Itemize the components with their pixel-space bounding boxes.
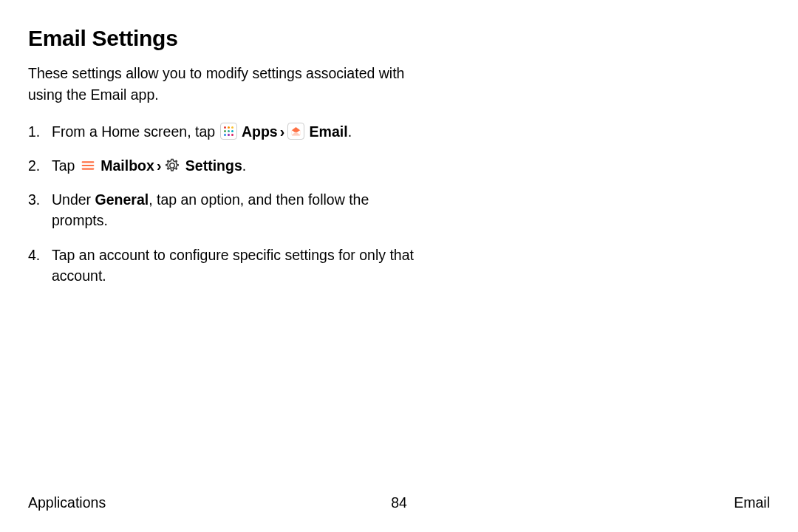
step-2: Tap Mailbox› Settings. bbox=[28, 155, 427, 176]
email-label: Email bbox=[310, 123, 348, 140]
footer-topic-name: Email bbox=[734, 494, 770, 511]
apps-icon bbox=[220, 123, 237, 140]
email-icon bbox=[287, 123, 304, 140]
step-4-text: Tap an account to configure specific set… bbox=[52, 247, 414, 284]
apps-label: Apps bbox=[242, 123, 278, 140]
intro-text: These settings allow you to modify setti… bbox=[28, 63, 427, 106]
step-2-pre: Tap bbox=[52, 157, 79, 174]
settings-label: Settings bbox=[185, 157, 242, 174]
steps-list: From a Home screen, tap Apps› Email. Tap bbox=[28, 121, 427, 287]
step-2-period: . bbox=[242, 157, 246, 174]
chevron-icon: › bbox=[157, 155, 162, 176]
step-4: Tap an account to configure specific set… bbox=[28, 245, 427, 287]
mailbox-hamburger-icon bbox=[80, 157, 96, 174]
page-footer: Applications 84 Email bbox=[28, 494, 770, 511]
footer-section-name: Applications bbox=[28, 494, 106, 511]
chevron-icon: › bbox=[280, 121, 285, 142]
general-label: General bbox=[95, 191, 149, 208]
settings-gear-icon bbox=[164, 157, 180, 174]
footer-page-number: 84 bbox=[391, 494, 407, 511]
mailbox-label: Mailbox bbox=[100, 157, 154, 174]
step-1-period: . bbox=[348, 123, 352, 140]
step-1-pre: From a Home screen, tap bbox=[52, 123, 219, 140]
page-title: Email Settings bbox=[28, 26, 770, 51]
step-3-pre: Under bbox=[52, 191, 95, 208]
step-1: From a Home screen, tap Apps› Email. bbox=[28, 121, 427, 142]
step-3: Under General, tap an option, and then f… bbox=[28, 189, 427, 231]
